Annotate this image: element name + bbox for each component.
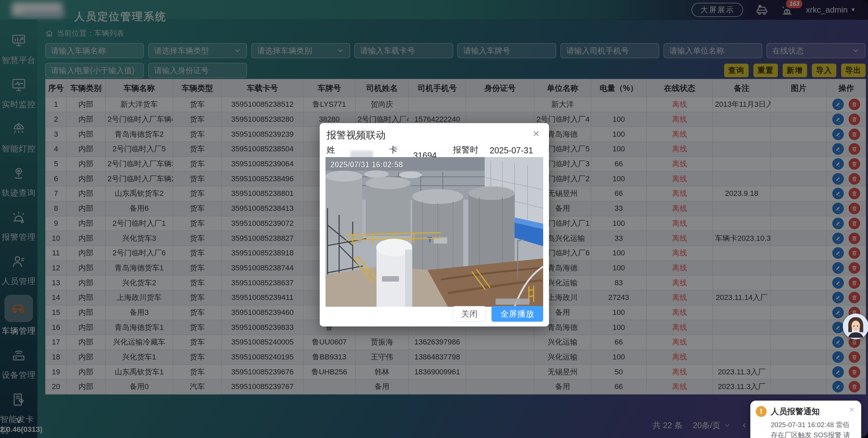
modal-close-button[interactable]: 关闭 [453, 306, 486, 322]
screen: 人员定位管理系统 大屏展示 [0, 0, 868, 438]
cctv-video-frame: T [326, 157, 543, 307]
toast-close-icon[interactable]: × [847, 405, 856, 414]
assistant-avatar[interactable] [843, 314, 868, 339]
svg-text:T: T [428, 235, 432, 244]
alarm-toast: ! 人员报警通知 × 2025-07-31 16:02:48 雷佰存在厂区触发 … [750, 401, 861, 438]
modal-footer: 关闭 全屏播放 [453, 306, 543, 322]
alarm-video-modal: 报警视频联动 × 姓名： 卡号： 31694 报警时间： 2025-07-31 … [320, 123, 549, 326]
modal-title: 报警视频联动 [327, 129, 386, 142]
fullscreen-play-button[interactable]: 全屏播放 [491, 306, 543, 322]
close-icon[interactable]: × [531, 127, 541, 139]
video-timestamp: 2025/07/31 16:02:58 [330, 160, 403, 169]
warning-icon: ! [756, 406, 767, 417]
toast-title: 人员报警通知 [771, 406, 820, 417]
toast-message: 2025-07-31 16:02:48 雷佰存在厂区触发 SOS报警 请及时处理 [756, 420, 855, 438]
